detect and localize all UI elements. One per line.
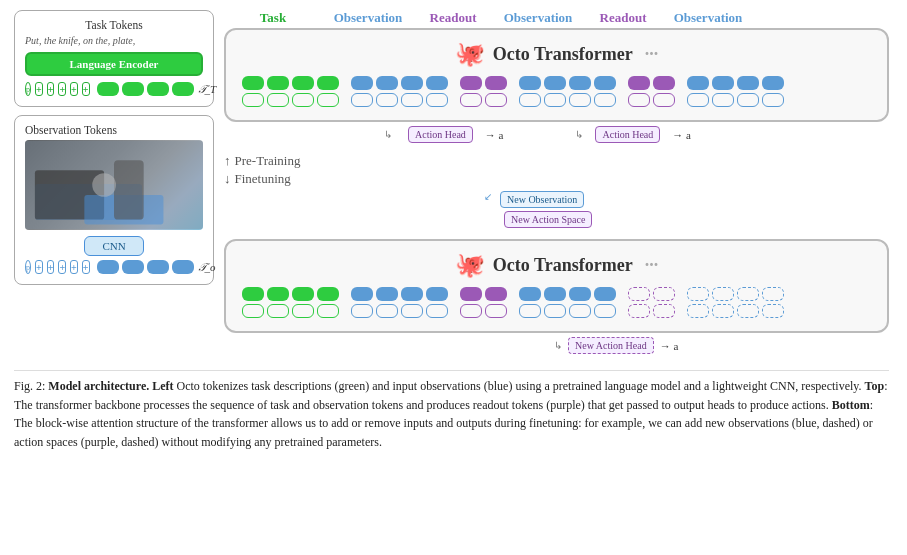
finetune-diagram: 🐙 Octo Transformer ··· [224,239,889,354]
readout-section-label-1: Readout [418,10,488,26]
bt9 [687,76,709,90]
left-panel: Task Tokens Put, the knife, on the, plat… [14,10,214,354]
sum-box-4: + [70,82,78,96]
task-text: Put, the knife, on the, plate, [25,35,203,46]
fgto1 [242,304,264,318]
robot-svg [25,140,203,230]
fgt4 [317,287,339,301]
sum-box-3: + [58,82,66,96]
gto1 [242,93,264,107]
new-action-space-label: New Action Space [504,211,592,228]
fig-label: Fig. 2: [14,379,45,393]
bt6 [544,76,566,90]
bto4 [426,93,448,107]
bto7 [569,93,591,107]
right-panel: Task Observation Readout Observation Rea… [224,10,889,354]
bt7 [569,76,591,90]
gto4 [317,93,339,107]
svg-rect-3 [114,160,144,219]
gto2 [267,93,289,107]
bto2 [376,93,398,107]
bt8 [594,76,616,90]
fbto8 [594,304,616,318]
action-heads-row: ↳ Action Head → a ↳ Action Head → a [224,126,889,143]
fdbt3 [737,287,759,301]
training-labels: Pre-Training Finetuning [224,153,889,187]
pre-train-diagram: Task Observation Readout Observation Rea… [224,10,889,143]
bt3 [401,76,423,90]
gt2 [267,76,289,90]
green-token-2 [122,82,144,96]
obs-sum-4: + [70,260,78,274]
readout-section-label-2: Readout [588,10,658,26]
caption: Fig. 2: Model architecture. Left Octo to… [14,370,889,451]
finetune-floating: ↙ New Observation New Action Space [484,191,889,231]
fbt1 [351,287,373,301]
fbt6 [544,287,566,301]
bto8 [594,93,616,107]
fgto2 [267,304,289,318]
green-token-1 [97,82,119,96]
arrow-down-icon [224,171,231,187]
bold-title: Model architecture. [48,379,149,393]
fbto3 [401,304,423,318]
bottom-transformer-box: 🐙 Octo Transformer ··· [224,239,889,333]
obs-token-row: p + + + + + 𝒯_o [25,260,203,274]
obs-sum-3: + [58,260,66,274]
obs-section-label-2: Observation [488,10,588,26]
fdbto2 [712,304,734,318]
fbto5 [519,304,541,318]
pto3 [628,93,650,107]
fpto2 [485,304,507,318]
fgt1 [242,287,264,301]
obs-tokens-box: Observation Tokens CNN p [14,115,214,285]
fdbt4 [762,287,784,301]
fdpt2 [653,287,675,301]
fbto6 [544,304,566,318]
pt1 [460,76,482,90]
arrow-a-3: → a [660,340,679,352]
gt3 [292,76,314,90]
new-action-space-row: New Action Space [504,211,592,228]
action-head-2: Action Head [595,126,660,143]
p-circle-2: p [25,260,31,274]
blue-token-2 [122,260,144,274]
obs-section-label-3: Observation [658,10,758,26]
obs-tokens-title: Observation Tokens [25,124,203,136]
task-token-row: p + + + + + 𝒯_T [25,82,203,96]
fgto4 [317,304,339,318]
bt11 [737,76,759,90]
left-text: Left [152,379,173,393]
green-token-3 [147,82,169,96]
robot-image [25,140,203,230]
arrow-from-readout2: ↳ [575,129,583,140]
fbto2 [376,304,398,318]
main-container: Task Tokens Put, the knife, on the, plat… [0,0,907,461]
fbt2 [376,287,398,301]
obs-section-label-1: Observation [318,10,418,26]
pto2 [485,93,507,107]
bt5 [519,76,541,90]
arrow-new-action: ↳ [554,340,562,351]
new-obs-label: New Observation [500,191,584,208]
green-token-4 [172,82,194,96]
arrow-up-icon [224,153,231,169]
top-transformer-box: 🐙 Octo Transformer ··· [224,28,889,122]
bt4 [426,76,448,90]
fbt3 [401,287,423,301]
arrow-a-1: → a [485,129,504,141]
bto9 [687,93,709,107]
fbt7 [569,287,591,301]
bt12 [762,76,784,90]
octopus-emoji-bottom: 🐙 [455,251,485,279]
fbt8 [594,287,616,301]
obs-sum-1: + [35,260,43,274]
gt1 [242,76,264,90]
top-text: Top [865,379,885,393]
obs-sum-2: + [47,260,55,274]
fdbto3 [737,304,759,318]
cnn-button: CNN [84,236,144,256]
fbto4 [426,304,448,318]
sum-box-5: + [82,82,90,96]
dots-top: ··· [645,44,659,65]
